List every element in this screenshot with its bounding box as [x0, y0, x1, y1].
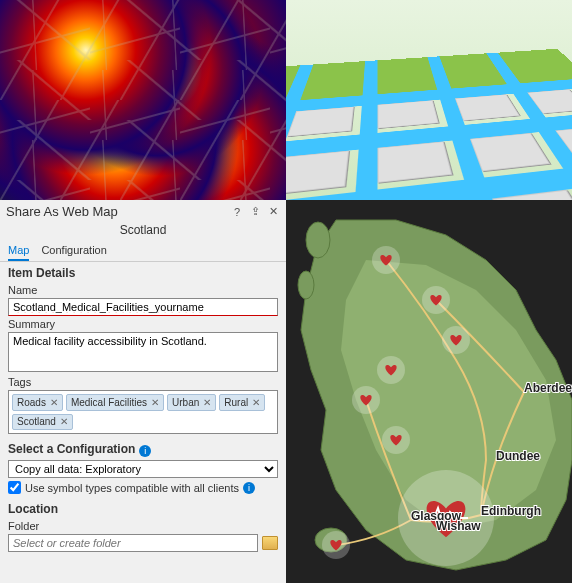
city-3d-view[interactable]	[286, 0, 572, 200]
configuration-heading: Select a Configuration	[8, 442, 135, 456]
svg-point-0	[306, 222, 330, 258]
dialog-title: Share As Web Map	[6, 204, 226, 219]
tags-label: Tags	[8, 376, 278, 388]
compat-checkbox-row[interactable]: Use symbol types compatible with all cli…	[8, 481, 278, 494]
city-label-aberdeen: Aberdeen	[524, 381, 572, 395]
info-icon[interactable]: i	[243, 482, 255, 494]
tab-map[interactable]: Map	[8, 241, 29, 261]
svg-point-1	[298, 271, 314, 299]
compat-checkbox-label: Use symbol types compatible with all cli…	[25, 482, 239, 494]
city-label-dundee: Dundee	[496, 449, 540, 463]
folder-label: Folder	[8, 520, 278, 532]
tags-input[interactable]: Roads✕Medical Facilities✕Urban✕Rural✕Sco…	[8, 390, 278, 434]
scotland-map-view[interactable]: AberdeenDundeeEdinburghGlasgowWishaw	[286, 200, 572, 583]
help-icon[interactable]: ?	[230, 205, 244, 219]
dialog-subtitle: Scotland	[0, 223, 286, 239]
tag-remove-icon[interactable]: ✕	[252, 397, 260, 408]
tag-scotland: Scotland✕	[12, 414, 73, 431]
share-web-map-dialog: Share As Web Map ? ⇪ ✕ Scotland Map Conf…	[0, 200, 286, 583]
configuration-section: Select a Configuration i Copy all data: …	[0, 438, 286, 498]
item-details-section: Item Details Name Summary Tags Roads✕Med…	[0, 262, 286, 438]
info-icon[interactable]: i	[139, 445, 151, 457]
summary-label: Summary	[8, 318, 278, 330]
city-label-edinburgh: Edinburgh	[481, 504, 541, 518]
folder-browse-icon[interactable]	[262, 536, 278, 550]
dialog-tabs: Map Configuration	[0, 239, 286, 262]
city-label-wishaw: Wishaw	[436, 519, 481, 533]
tag-medical-facilities: Medical Facilities✕	[66, 394, 164, 411]
location-section: Location Folder	[0, 498, 286, 556]
summary-input[interactable]	[8, 332, 278, 372]
pin-icon[interactable]: ⇪	[248, 205, 262, 219]
tag-roads: Roads✕	[12, 394, 63, 411]
tag-remove-icon[interactable]: ✕	[203, 397, 211, 408]
tag-rural: Rural✕	[219, 394, 265, 411]
tag-urban: Urban✕	[167, 394, 216, 411]
name-input[interactable]	[8, 298, 278, 316]
dialog-header: Share As Web Map ? ⇪ ✕	[0, 200, 286, 223]
tab-configuration[interactable]: Configuration	[41, 241, 106, 261]
folder-input[interactable]	[8, 534, 258, 552]
name-label: Name	[8, 284, 278, 296]
tag-remove-icon[interactable]: ✕	[50, 397, 58, 408]
location-heading: Location	[8, 502, 278, 516]
heatmap-view[interactable]	[0, 0, 286, 200]
close-icon[interactable]: ✕	[266, 205, 280, 219]
tag-remove-icon[interactable]: ✕	[60, 416, 68, 427]
tag-remove-icon[interactable]: ✕	[151, 397, 159, 408]
configuration-select[interactable]: Copy all data: Exploratory	[8, 460, 278, 478]
compat-checkbox[interactable]	[8, 481, 21, 494]
item-details-heading: Item Details	[8, 266, 278, 280]
